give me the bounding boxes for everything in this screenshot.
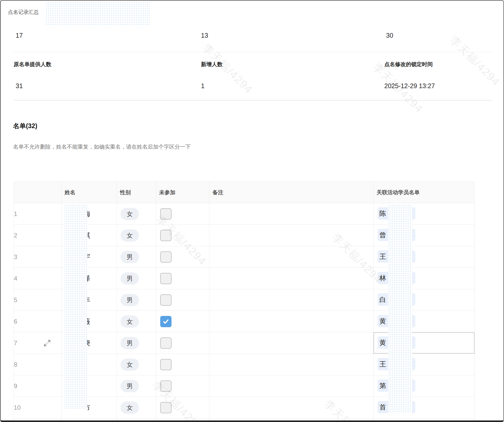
absent-checkbox[interactable] — [160, 294, 172, 306]
stat-top-value-1: 17 — [16, 32, 23, 39]
redaction-block-top — [46, 2, 150, 26]
remark-cell[interactable] — [209, 311, 374, 332]
gender-badge: 男 — [120, 251, 139, 263]
absent-cell — [156, 246, 209, 268]
list-note: 名单不允许删除，姓名不能重复，如确实重名，请在姓名后加个字区分一下 — [13, 143, 191, 150]
name-fragment: 庚 — [87, 338, 91, 348]
name-fragment: 宇 — [87, 252, 91, 262]
gender-badge: 女 — [120, 358, 139, 371]
gender-badge: 女 — [120, 208, 139, 220]
row-index: 7 — [14, 332, 62, 354]
stat-label-1: 原名单提供人数 — [14, 61, 51, 68]
remark-cell[interactable] — [209, 332, 374, 354]
row-index: 6 — [14, 311, 62, 332]
gender-badge: 男 — [120, 337, 139, 349]
remark-cell[interactable] — [209, 268, 374, 289]
expand-icon[interactable] — [43, 339, 51, 347]
linked-student-name: 王 — [378, 360, 386, 368]
partial-cell — [209, 418, 374, 422]
partial-cell — [156, 418, 209, 422]
watermark: 李天福/4294 — [447, 33, 503, 89]
table-header-row: 姓名 性别 未参加 备注 关联活动学员名单 — [14, 182, 475, 203]
row-index: 9 — [14, 375, 62, 397]
gender-badge: 男 — [120, 272, 139, 285]
linked-student-name: 林 — [378, 274, 386, 282]
redaction-strip-names — [64, 204, 87, 409]
name-fragment: 市 — [87, 403, 91, 412]
partial-cell — [14, 418, 62, 422]
name-fragment: 薇 — [87, 317, 91, 326]
header-gender: 性别 — [117, 182, 156, 203]
list-heading: 名单(32) — [13, 122, 37, 130]
absent-checkbox[interactable] — [160, 337, 172, 349]
absent-cell — [156, 332, 209, 354]
absent-cell — [156, 203, 209, 225]
linked-student-name: 黄 — [378, 339, 386, 346]
name-fragment: 梅 — [87, 209, 91, 219]
gender-badge: 女 — [120, 229, 139, 242]
gender-cell: 男 — [117, 268, 156, 289]
header-index — [14, 182, 62, 203]
name-fragment: 琪 — [87, 231, 91, 240]
absent-cell — [156, 268, 209, 289]
partial-cell — [374, 418, 475, 422]
absent-checkbox[interactable] — [160, 359, 172, 370]
absent-checkbox[interactable] — [160, 208, 172, 220]
gender-cell: 男 — [117, 375, 156, 397]
gender-cell: 男 — [117, 246, 156, 268]
name-fragment: 丰 — [87, 295, 91, 305]
remark-cell[interactable] — [209, 354, 374, 375]
absent-cell — [156, 397, 209, 418]
row-index: 8 — [14, 354, 62, 375]
absent-checkbox[interactable] — [160, 230, 172, 241]
gender-cell: 女 — [117, 203, 156, 225]
linked-student-name: 黄 — [378, 317, 386, 325]
remark-cell[interactable] — [209, 397, 374, 418]
row-index: 3 — [14, 246, 62, 268]
gender-cell: 男 — [117, 332, 156, 354]
gender-cell: 女 — [117, 354, 156, 375]
linked-student-name: 王 — [378, 253, 386, 260]
linked-student-name: 曾 — [378, 231, 386, 239]
header-remark: 备注 — [209, 182, 374, 203]
absent-cell — [156, 375, 209, 397]
gender-cell: 女 — [117, 397, 156, 418]
absent-checkbox-checked[interactable] — [160, 316, 172, 327]
row-index: 1 — [14, 203, 62, 225]
absent-cell — [156, 289, 209, 311]
header-name: 姓名 — [62, 182, 117, 203]
absent-cell — [156, 225, 209, 246]
linked-student-name: 第 — [378, 382, 386, 389]
table-row-partial — [14, 418, 475, 422]
linked-student-name: 陈 — [378, 210, 386, 217]
absent-checkbox[interactable] — [160, 251, 172, 263]
gender-cell: 女 — [117, 311, 156, 332]
remark-cell[interactable] — [209, 203, 374, 225]
absent-checkbox[interactable] — [160, 380, 172, 392]
absent-cell — [156, 354, 209, 375]
stat-bottom-value-3: 2025-12-29 13:27 — [384, 82, 435, 90]
header-absent: 未参加 — [156, 182, 209, 203]
row-index: 4 — [14, 268, 62, 289]
remark-cell[interactable] — [209, 246, 374, 268]
absent-checkbox[interactable] — [160, 273, 172, 284]
remark-cell[interactable] — [209, 289, 374, 311]
stat-bottom-value-1: 31 — [16, 82, 23, 90]
remark-cell[interactable] — [209, 225, 374, 246]
stat-label-3: 点名修改的锁定时间 — [384, 61, 433, 68]
absent-cell — [156, 311, 209, 332]
stats-divider — [14, 52, 492, 52]
row-index: 5 — [14, 289, 62, 311]
remark-cell[interactable] — [209, 375, 374, 397]
name-fragment: 泽 — [87, 274, 91, 283]
stat-bottom-value-2: 1 — [201, 82, 205, 90]
stat-label-2: 新增人数 — [201, 61, 223, 68]
stat-top-value-2: 13 — [201, 32, 208, 39]
absent-checkbox[interactable] — [160, 402, 172, 413]
watermark: 李天福/4294 — [199, 40, 256, 97]
stat-top-value-3: 30 — [386, 32, 393, 39]
header-linked: 关联活动学员名单 — [374, 182, 475, 203]
gender-badge: 女 — [120, 315, 139, 328]
gender-cell: 男 — [117, 289, 156, 311]
gender-cell: 女 — [117, 225, 156, 246]
